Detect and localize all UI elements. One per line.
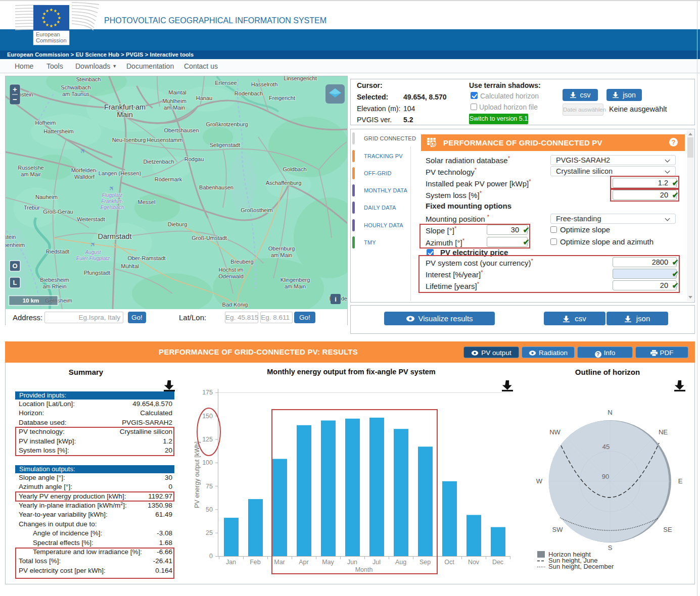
svg-text:Nauheim: Nauheim bbox=[35, 194, 58, 200]
svg-text:am Taunus: am Taunus bbox=[62, 91, 89, 97]
svg-text:Dec: Dec bbox=[492, 559, 503, 566]
svg-text:Flugplatz: Flugplatz bbox=[102, 192, 123, 198]
svg-text:175: 175 bbox=[202, 389, 213, 396]
svg-text:Riedstadt: Riedstadt bbox=[46, 249, 69, 255]
svg-text:↻: ↻ bbox=[431, 142, 435, 147]
svg-text:Mühltal: Mühltal bbox=[121, 263, 138, 269]
svg-text:Mühlheim: Mühlheim bbox=[162, 98, 186, 104]
svg-text:10 km: 10 km bbox=[23, 297, 39, 304]
svg-text:Erlensee: Erlensee bbox=[215, 80, 237, 86]
svg-text:Langen (Hessen): Langen (Hessen) bbox=[99, 170, 141, 176]
svg-text:Babenhausen: Babenhausen bbox=[199, 184, 234, 190]
svg-text:Nov: Nov bbox=[468, 559, 480, 566]
svg-text:L: L bbox=[13, 279, 17, 286]
svg-text:N: N bbox=[608, 409, 612, 416]
svg-text:Bad König: Bad König bbox=[222, 302, 248, 308]
svg-text:Biebesheim: Biebesheim bbox=[40, 277, 69, 283]
svg-text:am Rhein: am Rhein bbox=[42, 283, 66, 289]
svg-text:Neu-Isenburg: Neu-Isenburg bbox=[112, 137, 146, 143]
svg-text:100: 100 bbox=[202, 459, 213, 466]
svg-text:Freigericht: Freigericht bbox=[269, 95, 295, 101]
svg-text:Jan: Jan bbox=[226, 559, 236, 566]
svg-text:Dieburg: Dieburg bbox=[168, 221, 188, 227]
svg-text:Obernburg: Obernburg bbox=[268, 245, 295, 252]
svg-text:am Main: am Main bbox=[285, 283, 306, 289]
svg-text:Trebur: Trebur bbox=[24, 205, 40, 211]
svg-text:SE: SE bbox=[663, 526, 672, 533]
svg-text:Feb: Feb bbox=[250, 559, 261, 566]
svg-text:Klingenberg: Klingenberg bbox=[281, 277, 310, 283]
svg-text:Breuberg: Breuberg bbox=[230, 259, 253, 265]
svg-text:Commission: Commission bbox=[36, 37, 67, 43]
svg-text:ppenheim: ppenheim bbox=[6, 242, 25, 248]
svg-text:Darmstadt: Darmstadt bbox=[98, 232, 132, 240]
svg-text:am Main: am Main bbox=[164, 105, 185, 111]
svg-text:Höchst im: Höchst im bbox=[219, 267, 244, 273]
svg-text:NE: NE bbox=[659, 428, 668, 436]
svg-text:45: 45 bbox=[602, 443, 610, 451]
svg-text:Obertshausen: Obertshausen bbox=[164, 127, 199, 133]
svg-text:Hattersheim: Hattersheim bbox=[43, 128, 73, 134]
svg-text:Messel: Messel bbox=[138, 199, 156, 205]
svg-text:rstein: rstein bbox=[6, 234, 16, 240]
svg-text:Aschaffenburg: Aschaffenburg bbox=[266, 180, 302, 186]
svg-text:Pfungstadt: Pfungstadt bbox=[84, 270, 111, 276]
svg-text:25: 25 bbox=[206, 529, 213, 536]
svg-text:Rüsselshe: Rüsselshe bbox=[18, 165, 43, 171]
svg-text:SW: SW bbox=[552, 526, 564, 533]
svg-text:European: European bbox=[36, 31, 60, 37]
svg-text:Rödermark: Rödermark bbox=[155, 176, 182, 182]
svg-text:S: S bbox=[608, 544, 613, 552]
svg-text:Rodgau: Rodgau bbox=[184, 156, 204, 162]
svg-text:Weiterstadt: Weiterstadt bbox=[77, 216, 105, 222]
svg-text:Main: Main bbox=[117, 111, 132, 119]
svg-text:75: 75 bbox=[206, 483, 213, 490]
svg-text:0: 0 bbox=[209, 553, 213, 560]
svg-text:Heusenstamm: Heusenstamm bbox=[147, 137, 183, 143]
svg-text:Odenwald: Odenwald bbox=[218, 273, 244, 279]
svg-text:Rodenbach: Rodenbach bbox=[235, 90, 263, 96]
svg-text:Linsengericht: Linsengericht bbox=[284, 76, 316, 81]
svg-text:Frankfurt-: Frankfurt- bbox=[101, 198, 123, 204]
svg-text:Frankfurt am: Frankfurt am bbox=[104, 103, 146, 111]
svg-text:Großkrotzenburg: Großkrotzenburg bbox=[206, 121, 248, 127]
svg-text:am Main: am Main bbox=[271, 252, 292, 258]
svg-text:90: 90 bbox=[602, 473, 609, 480]
svg-text:50: 50 bbox=[206, 506, 213, 513]
svg-text:Groß-Umstadt: Groß-Umstadt bbox=[192, 235, 227, 241]
svg-text:Ober-Ramstadt: Ober-Ramstadt bbox=[127, 255, 165, 261]
svg-text:Sun height, December: Sun height, December bbox=[548, 563, 614, 570]
svg-text:Euler Flugplatz: Euler Flugplatz bbox=[76, 256, 110, 261]
svg-text:O: O bbox=[12, 262, 17, 270]
svg-text:Hasselroth: Hasselroth bbox=[251, 81, 278, 87]
svg-text:Großostheim: Großostheim bbox=[241, 207, 273, 213]
svg-text:Seligenstadt: Seligenstadt bbox=[210, 142, 241, 148]
svg-text:E: E bbox=[678, 477, 683, 485]
svg-text:Dietzenbach: Dietzenbach bbox=[143, 159, 174, 165]
svg-text:−: − bbox=[13, 95, 17, 104]
svg-text:i: i bbox=[335, 295, 337, 303]
svg-text:Maintal: Maintal bbox=[168, 89, 186, 95]
svg-text:Oct: Oct bbox=[444, 559, 454, 566]
svg-text:Steinbach: Steinbach bbox=[76, 76, 101, 82]
svg-text:Groß-Gerau: Groß-Gerau bbox=[43, 209, 73, 215]
svg-text:Hanau: Hanau bbox=[196, 95, 212, 101]
svg-text:+: + bbox=[13, 85, 17, 93]
svg-text:Mörfelden-: Mörfelden- bbox=[71, 167, 98, 173]
svg-text:Goldbach: Goldbach bbox=[283, 166, 306, 172]
svg-text:W: W bbox=[536, 477, 543, 485]
svg-text:Egelsbach: Egelsbach bbox=[101, 205, 124, 210]
svg-text:Hofheim: Hofheim bbox=[35, 120, 56, 126]
svg-text:NW: NW bbox=[549, 428, 561, 436]
svg-text:Walldorf: Walldorf bbox=[74, 174, 95, 180]
svg-text:am Mair: am Mair bbox=[21, 171, 41, 177]
svg-text:August: August bbox=[84, 250, 101, 255]
svg-text:Schwalbach: Schwalbach bbox=[61, 84, 90, 90]
